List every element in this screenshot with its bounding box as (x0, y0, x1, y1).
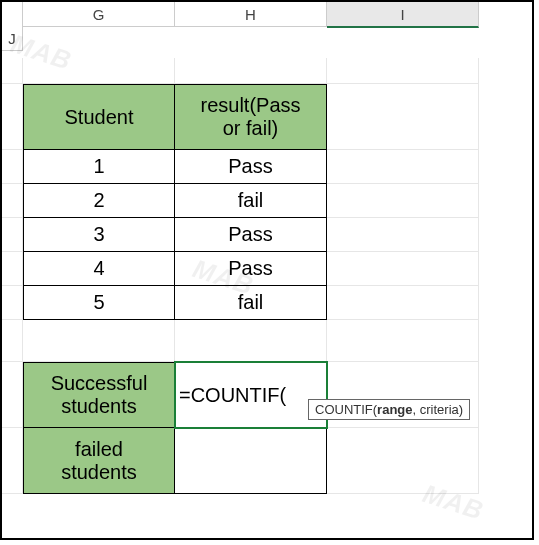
empty-cell[interactable] (2, 218, 23, 252)
spreadsheet-view: G H I J Student result(Pass or fail) 1 P… (0, 0, 534, 540)
col-header-I[interactable]: I (327, 2, 479, 28)
table1-cell-result[interactable]: fail (175, 184, 327, 218)
table1-cell-student[interactable]: 1 (23, 150, 175, 184)
empty-cell[interactable] (2, 150, 23, 184)
text: Successful (51, 372, 148, 395)
empty-cell[interactable] (2, 184, 23, 218)
empty-cell[interactable] (23, 320, 175, 362)
table1-cell-result[interactable]: fail (175, 286, 327, 320)
empty-cell[interactable] (327, 184, 479, 218)
col-header-G[interactable]: G (23, 2, 175, 27)
empty-cell[interactable] (327, 286, 479, 320)
text: students (61, 395, 137, 418)
empty-cell[interactable] (327, 320, 479, 362)
empty-cell[interactable] (2, 252, 23, 286)
table1-cell-student[interactable]: 3 (23, 218, 175, 252)
text: students (61, 461, 137, 484)
formula-tooltip: COUNTIF(range, criteria) (308, 399, 470, 420)
empty-cell[interactable] (2, 84, 23, 150)
empty-cell[interactable] (2, 320, 23, 362)
empty-cell[interactable] (2, 58, 23, 84)
col-header-J[interactable]: J (2, 26, 23, 51)
table1-header-student[interactable]: Student (23, 84, 175, 150)
empty-cell[interactable] (327, 252, 479, 286)
empty-cell[interactable] (2, 362, 23, 428)
table1-cell-student[interactable]: 5 (23, 286, 175, 320)
tooltip-fn: COUNTIF( (315, 402, 377, 417)
empty-cell[interactable] (327, 84, 479, 150)
text: result(Pass (200, 94, 300, 117)
empty-cell[interactable] (2, 428, 23, 494)
empty-cell[interactable] (175, 320, 327, 362)
table1-cell-student[interactable]: 4 (23, 252, 175, 286)
col-header-H[interactable]: H (175, 2, 327, 27)
empty-cell[interactable] (327, 58, 479, 84)
empty-cell[interactable] (327, 150, 479, 184)
corner-cell[interactable] (2, 2, 23, 27)
table2-cell-failed-value[interactable] (175, 428, 327, 494)
empty-cell[interactable] (23, 58, 175, 84)
text: failed (75, 438, 123, 461)
table1-cell-result[interactable]: Pass (175, 252, 327, 286)
table1-header-result[interactable]: result(Pass or fail) (175, 84, 327, 150)
empty-cell[interactable] (2, 286, 23, 320)
text: or fail) (223, 117, 279, 140)
empty-cell[interactable] (327, 428, 479, 494)
table2-label-failed[interactable]: failed students (23, 428, 175, 494)
empty-cell[interactable] (327, 218, 479, 252)
empty-cell[interactable] (175, 58, 327, 84)
table1-cell-student[interactable]: 2 (23, 184, 175, 218)
tooltip-rest: , criteria) (413, 402, 464, 417)
table1-cell-result[interactable]: Pass (175, 150, 327, 184)
table2-label-successful[interactable]: Successful students (23, 362, 175, 428)
active-cell-formula[interactable]: =COUNTIF( (175, 362, 327, 428)
tooltip-range-arg: range (377, 402, 412, 417)
table1-cell-result[interactable]: Pass (175, 218, 327, 252)
